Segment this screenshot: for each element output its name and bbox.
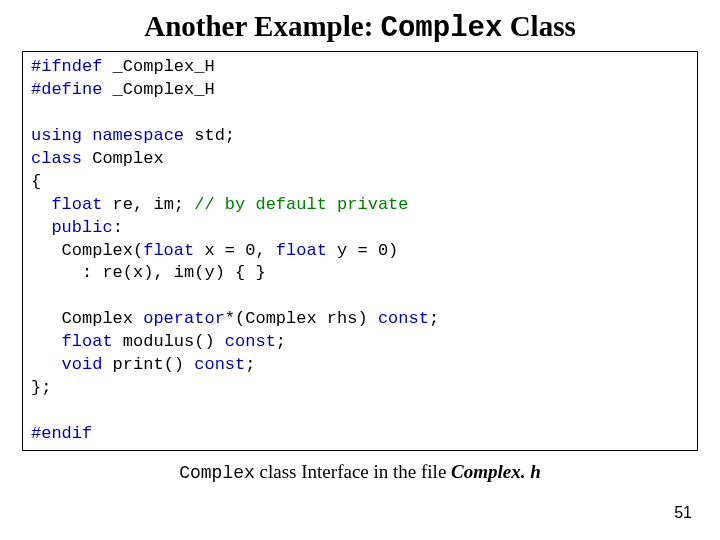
code-kw: const	[378, 309, 429, 328]
code-kw: #define	[31, 80, 102, 99]
code-kw: using	[31, 126, 82, 145]
code-text: {	[31, 172, 41, 191]
code-kw: void	[62, 355, 103, 374]
code-text: _Complex_H	[102, 80, 214, 99]
code-text	[31, 332, 62, 351]
code-text: Complex	[31, 309, 143, 328]
code-text: :	[113, 218, 123, 237]
code-text	[31, 218, 51, 237]
slide-title: Another Example: Complex Class	[22, 10, 698, 45]
code-kw: public	[51, 218, 112, 237]
code-box: #ifndef _Complex_H #define _Complex_H us…	[22, 51, 698, 451]
code-text: x = 0,	[194, 241, 276, 260]
code-text: *(Complex rhs)	[225, 309, 378, 328]
code-text: _Complex_H	[102, 57, 214, 76]
code-text: Complex	[82, 149, 164, 168]
caption-filename: Complex. h	[451, 461, 541, 482]
code-comment: // by default private	[194, 195, 408, 214]
code-text	[82, 126, 92, 145]
code-kw: #endif	[31, 424, 92, 443]
code-kw: float	[143, 241, 194, 260]
code-kw: const	[194, 355, 245, 374]
code-text: ;	[276, 332, 286, 351]
code-text: : re(x), im(y) { }	[31, 263, 266, 282]
code-kw: float	[51, 195, 102, 214]
code-kw: class	[31, 149, 82, 168]
title-pre: Another Example:	[144, 10, 380, 42]
code-text: std;	[184, 126, 235, 145]
title-post: Class	[502, 10, 575, 42]
code-kw: #ifndef	[31, 57, 102, 76]
code-kw: operator	[143, 309, 225, 328]
caption-mid: class Interface in the file	[255, 461, 451, 482]
code-text: modulus()	[113, 332, 225, 351]
code-text: ;	[245, 355, 255, 374]
code-text: ;	[429, 309, 439, 328]
title-mono: Complex	[381, 12, 503, 45]
slide: Another Example: Complex Class #ifndef _…	[0, 0, 720, 540]
code-kw: float	[62, 332, 113, 351]
code-kw: namespace	[92, 126, 184, 145]
code-text: };	[31, 378, 51, 397]
code-text: Complex(	[31, 241, 143, 260]
code-text: print()	[102, 355, 194, 374]
code-text	[31, 195, 51, 214]
caption-mono: Complex	[179, 463, 255, 483]
caption: Complex class Interface in the file Comp…	[22, 461, 698, 483]
code-kw: const	[225, 332, 276, 351]
code-text: y = 0)	[327, 241, 398, 260]
code-text	[31, 355, 62, 374]
code-text: re, im;	[102, 195, 194, 214]
code-kw: float	[276, 241, 327, 260]
page-number: 51	[674, 504, 692, 522]
